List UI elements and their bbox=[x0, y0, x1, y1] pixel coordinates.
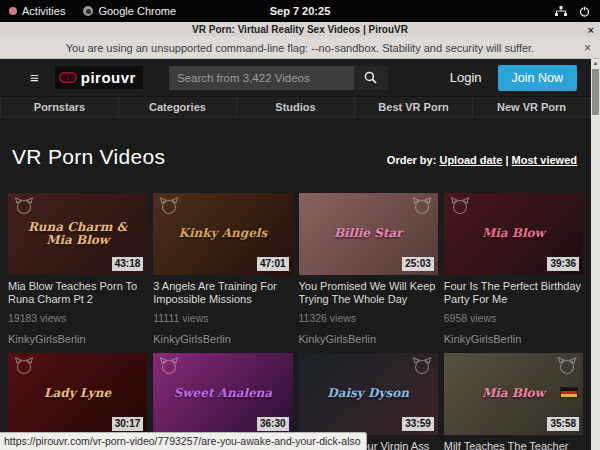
order-by-label: Order by: bbox=[387, 154, 437, 166]
duration-badge: 35:58 bbox=[547, 417, 579, 431]
cat-mask-watermark-icon bbox=[557, 357, 577, 379]
video-views: 6958 views bbox=[444, 312, 583, 324]
video-views: 11326 views bbox=[299, 312, 438, 324]
infobar-close-icon[interactable]: × bbox=[584, 41, 591, 55]
close-icon[interactable]: × bbox=[588, 24, 594, 36]
nav-item-studios[interactable]: Studios bbox=[237, 97, 355, 117]
video-title[interactable]: Milf Teaches The Teacher Some Practical … bbox=[444, 440, 583, 450]
video-card[interactable]: Kinky Angels47:013 Angels Are Training F… bbox=[153, 193, 292, 345]
login-link[interactable]: Login bbox=[442, 66, 490, 89]
video-thumbnail[interactable]: Runa Charm & Mia Blow43:18 bbox=[8, 193, 147, 275]
tab-title: VR Porn: Virtual Reality Sex Videos | Pi… bbox=[192, 24, 408, 35]
duration-badge: 30:17 bbox=[112, 417, 144, 431]
thumbnail-overlay-title: Runa Charm & Mia Blow bbox=[18, 221, 138, 247]
browser-title-bar: VR Porn: Virtual Reality Sex Videos | Pi… bbox=[0, 22, 600, 37]
video-grid: Runa Charm & Mia Blow43:18Mia Blow Teach… bbox=[0, 193, 591, 450]
cat-mask-watermark-icon bbox=[412, 357, 432, 379]
search-icon bbox=[364, 71, 377, 84]
search-input[interactable] bbox=[169, 66, 354, 90]
cat-mask-watermark-icon bbox=[14, 357, 34, 379]
video-thumbnail[interactable]: Sweet Analena36:30 bbox=[153, 353, 292, 435]
video-card[interactable]: Billie Star25:03You Promised We Will Kee… bbox=[299, 193, 438, 345]
thumbnail-overlay-title: Kinky Angels bbox=[163, 228, 283, 241]
video-title[interactable]: Mia Blow Teaches Porn To Runa Charm Pt 2 bbox=[8, 280, 147, 306]
video-thumbnail[interactable]: Kinky Angels47:01 bbox=[153, 193, 292, 275]
video-thumbnail[interactable]: Mia Blow39:36 bbox=[444, 193, 583, 275]
web-page: ≡ pirouvr Login Join Now PornstarsCatego… bbox=[0, 59, 591, 450]
order-upload-date-link[interactable]: Upload date bbox=[439, 154, 502, 166]
activities-label: Activities bbox=[22, 5, 65, 17]
duration-badge: 43:18 bbox=[112, 257, 144, 271]
nav-item-new-vr-porn[interactable]: New VR Porn bbox=[473, 97, 591, 117]
video-thumbnail[interactable]: Billie Star25:03 bbox=[299, 193, 438, 275]
logo-text: pirouvr bbox=[81, 69, 136, 86]
video-card[interactable]: Runa Charm & Mia Blow43:18Mia Blow Teach… bbox=[8, 193, 147, 345]
duration-badge: 25:03 bbox=[402, 257, 434, 271]
duration-badge: 33:59 bbox=[402, 417, 434, 431]
app-menu-button[interactable]: Google Chrome bbox=[74, 0, 185, 22]
cat-mask-watermark-icon bbox=[14, 197, 34, 219]
scrollbar-thumb[interactable] bbox=[592, 69, 599, 115]
nav-item-categories[interactable]: Categories bbox=[119, 97, 237, 117]
infobar-message: You are using an unsupported command-lin… bbox=[66, 42, 534, 54]
video-views: 11111 views bbox=[153, 312, 292, 324]
order-most-viewed-link[interactable]: Most viewed bbox=[512, 154, 577, 166]
thumbnail-overlay-title: Lady Lyne bbox=[18, 387, 138, 400]
app-menu-label: Google Chrome bbox=[98, 5, 176, 17]
thumbnail-overlay-title: Mia Blow bbox=[454, 387, 574, 400]
cat-mask-watermark-icon bbox=[159, 357, 179, 379]
join-now-button[interactable]: Join Now bbox=[498, 65, 577, 91]
cat-mask-watermark-icon bbox=[159, 197, 179, 219]
unsupported-flag-infobar: You are using an unsupported command-lin… bbox=[0, 37, 600, 59]
cat-mask-watermark-icon bbox=[412, 197, 432, 219]
thumbnail-overlay-title: Daisy Dyson bbox=[308, 387, 428, 400]
video-studio-link[interactable]: KinkyGirlsBerlin bbox=[8, 333, 147, 345]
thumbnail-overlay-title: Mia Blow bbox=[454, 228, 574, 241]
search-button[interactable] bbox=[354, 66, 388, 90]
site-header: ≡ pirouvr Login Join Now bbox=[0, 59, 591, 96]
nav-item-pornstars[interactable]: Pornstars bbox=[0, 97, 119, 117]
system-top-bar: Activities Google Chrome Sep 7 20:25 bbox=[0, 0, 600, 22]
network-icon[interactable] bbox=[555, 6, 567, 17]
page-title: VR Porn Videos bbox=[12, 145, 165, 169]
site-logo[interactable]: pirouvr bbox=[55, 66, 143, 89]
thumbnail-overlay-title: Billie Star bbox=[308, 228, 428, 241]
duration-badge: 36:30 bbox=[257, 417, 289, 431]
video-studio-link[interactable]: KinkyGirlsBerlin bbox=[153, 333, 292, 345]
status-url: https://pirouvr.com/vr-porn-video/779325… bbox=[0, 432, 367, 450]
chrome-icon bbox=[83, 6, 93, 16]
duration-badge: 47:01 bbox=[257, 257, 289, 271]
video-thumbnail[interactable]: Mia Blow35:58 bbox=[444, 353, 583, 435]
video-studio-link[interactable]: KinkyGirlsBerlin bbox=[444, 333, 583, 345]
video-thumbnail[interactable]: Daisy Dyson33:59 bbox=[299, 353, 438, 435]
activities-indicator-icon bbox=[9, 7, 17, 15]
video-views: 19183 views bbox=[8, 312, 147, 324]
video-title[interactable]: Four Is The Perfect Birthday Party For M… bbox=[444, 280, 583, 306]
video-card[interactable]: Mia Blow35:58Milf Teaches The Teacher So… bbox=[444, 353, 583, 450]
thumbnail-overlay-title: Sweet Analena bbox=[163, 387, 283, 400]
video-thumbnail[interactable]: Lady Lyne30:17 bbox=[8, 353, 147, 435]
menu-icon[interactable]: ≡ bbox=[30, 70, 39, 85]
scrollbar-up-icon[interactable]: ▲ bbox=[591, 59, 600, 68]
power-icon[interactable] bbox=[579, 6, 590, 17]
cat-mask-watermark-icon bbox=[450, 197, 470, 219]
main-nav: PornstarsCategoriesStudiosBest VR PornNe… bbox=[0, 96, 591, 118]
duration-badge: 39:36 bbox=[547, 257, 579, 271]
scrollbar[interactable]: ▲ bbox=[591, 59, 600, 450]
activities-button[interactable]: Activities bbox=[0, 0, 74, 22]
video-studio-link[interactable]: KinkyGirlsBerlin bbox=[299, 333, 438, 345]
vr-goggles-icon bbox=[59, 72, 77, 83]
german-flag-icon bbox=[560, 387, 578, 398]
video-title[interactable]: You Promised We Will Keep Trying The Who… bbox=[299, 280, 438, 306]
order-separator: | bbox=[505, 154, 508, 166]
nav-item-best-vr-porn[interactable]: Best VR Porn bbox=[355, 97, 473, 117]
video-title[interactable]: 3 Angels Are Training For Impossible Mis… bbox=[153, 280, 292, 306]
order-by: Order by: Upload date | Most viewed bbox=[387, 154, 577, 166]
video-card[interactable]: Mia Blow39:36Four Is The Perfect Birthda… bbox=[444, 193, 583, 345]
